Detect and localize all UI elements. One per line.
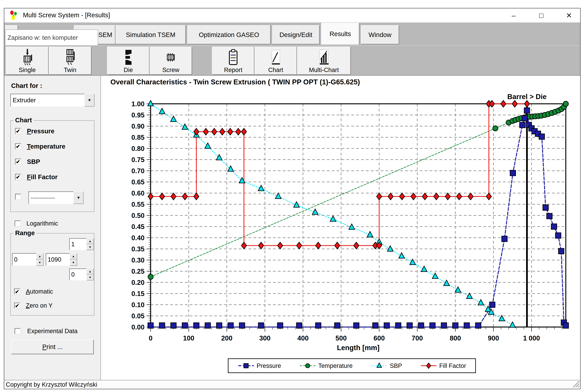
chart-for-label: Chart for : — [11, 82, 42, 90]
range-bottom-value[interactable]: 0 — [69, 268, 86, 280]
chart-title: Overall Characteristics - Twin Screw Ext… — [110, 78, 360, 86]
range-max-value[interactable]: 1090 — [46, 253, 70, 266]
svg-text:0: 0 — [149, 334, 152, 342]
tab-results[interactable]: Results — [321, 23, 359, 44]
range-max-up-icon[interactable]: ▲ — [70, 253, 77, 260]
extra-series-value: -------------- — [28, 192, 74, 204]
range-group-label: Range — [14, 229, 36, 237]
svg-text:0.80: 0.80 — [131, 145, 144, 152]
twin-button[interactable]: Twin — [49, 47, 92, 75]
range-bottom-up-icon[interactable]: ▲ — [86, 268, 94, 274]
svg-text:0.95: 0.95 — [131, 111, 144, 119]
die-button[interactable]: Die — [107, 47, 150, 75]
legend-label: Pressure — [256, 362, 281, 369]
svg-text:300: 300 — [259, 334, 270, 342]
temperature-label: Temperature — [27, 143, 65, 150]
resize-grip[interactable] — [572, 380, 580, 388]
range-top-up-icon[interactable]: ▲ — [86, 238, 94, 244]
range-top-value[interactable]: 1 — [69, 238, 86, 250]
fill-factor-label: Fill Factor — [27, 173, 58, 181]
single-screw-icon — [20, 48, 34, 68]
pressure-checkbox[interactable] — [15, 128, 21, 134]
range-top-spinner[interactable]: 1 ▲▼ — [69, 238, 94, 250]
range-bottom-down-icon[interactable]: ▼ — [86, 274, 94, 280]
svg-text:0.45: 0.45 — [131, 223, 144, 230]
report-button[interactable]: Report — [212, 47, 254, 75]
svg-text:1.00: 1.00 — [131, 100, 144, 108]
svg-text:0.40: 0.40 — [131, 234, 144, 242]
extra-series-dropdown-arrow-icon[interactable]: ▼ — [74, 192, 84, 204]
window-title: Multi Screw System - [Results] — [23, 12, 110, 19]
tab-simulation-tsem[interactable]: Simulation TSEM — [116, 25, 186, 44]
legend-item-sbp: SBP — [371, 362, 402, 370]
range-min-up-icon[interactable]: ▲ — [36, 253, 44, 260]
chart-for-dropdown[interactable]: Extruder ▼ — [10, 94, 94, 106]
svg-text:500: 500 — [336, 334, 347, 342]
app-window: Multi Screw System - [Results] – □ ✕ SEM… — [4, 8, 581, 389]
experimental-data-checkbox[interactable] — [15, 328, 20, 334]
chart-for-dropdown-arrow-icon[interactable]: ▼ — [84, 94, 94, 106]
range-max-spinner[interactable]: 1090 ▲▼ — [46, 253, 77, 266]
maximize-button[interactable]: □ — [535, 9, 548, 22]
screw-button[interactable]: Screw — [150, 47, 192, 75]
chart-for-value: Extruder — [10, 94, 84, 106]
svg-text:0.85: 0.85 — [131, 134, 144, 141]
chart-series-group: Chart Pressure Temperature SBP Fill Fact… — [10, 120, 94, 212]
multi-chart-button[interactable]: Multi-Chart — [297, 47, 351, 75]
extra-series-dropdown[interactable]: -------------- ▼ — [28, 192, 84, 204]
svg-text:0.90: 0.90 — [131, 122, 144, 130]
svg-text:1 000: 1 000 — [523, 334, 540, 342]
legend-item-temperature: Temperature — [299, 362, 353, 370]
sidebar: Chart for : Extruder ▼ Chart Pressure Te… — [4, 76, 101, 380]
tab-design-edit[interactable]: Design/Edit — [272, 25, 320, 44]
screw-icon — [164, 48, 178, 68]
chart-group-label: Chart — [14, 116, 34, 124]
die-icon — [122, 48, 135, 68]
chart-button[interactable]: Chart — [254, 47, 297, 75]
svg-text:0.00: 0.00 — [131, 323, 144, 331]
minimize-button[interactable]: – — [507, 9, 520, 22]
svg-text:0.20: 0.20 — [131, 279, 144, 286]
experimental-data-label: Experimental Data — [27, 328, 78, 334]
close-button[interactable]: ✕ — [562, 9, 576, 22]
svg-text:700: 700 — [412, 334, 423, 342]
svg-text:0.65: 0.65 — [131, 178, 144, 186]
legend-label: Fill Factor — [439, 362, 466, 369]
range-bottom-spinner[interactable]: 0 ▲▼ — [69, 268, 94, 280]
sbp-checkbox[interactable] — [15, 159, 21, 164]
svg-text:200: 200 — [221, 334, 232, 342]
automatic-checkbox[interactable] — [14, 289, 20, 294]
range-max-down-icon[interactable]: ▼ — [70, 260, 77, 266]
tab-window[interactable]: Window — [361, 25, 399, 44]
fill-factor-checkbox[interactable] — [15, 174, 21, 180]
app-icon[interactable] — [8, 10, 19, 22]
tab-optimization-gaseo[interactable]: Optimization GASEO — [187, 25, 271, 44]
zero-on-y-checkbox[interactable] — [14, 303, 20, 308]
range-group: Range 1 ▲▼ 0 ▲▼ 1090 ▲▼ 0 ▲▼ Au — [10, 233, 94, 316]
svg-text:0.60: 0.60 — [131, 190, 144, 197]
svg-text:0.55: 0.55 — [131, 200, 144, 208]
status-bar: Copyright by Krzysztof Wilczyński — [4, 380, 580, 389]
svg-text:400: 400 — [298, 334, 308, 342]
logarithmic-checkbox[interactable] — [15, 220, 20, 226]
print-button[interactable]: Print ... — [11, 340, 94, 354]
range-min-down-icon[interactable]: ▼ — [36, 260, 44, 266]
svg-text:0.10: 0.10 — [131, 301, 144, 308]
svg-text:600: 600 — [374, 334, 385, 342]
svg-text:0.70: 0.70 — [131, 167, 144, 174]
svg-text:0.75: 0.75 — [131, 156, 144, 164]
svg-text:0.05: 0.05 — [131, 312, 144, 320]
x-axis-title: Length [mm] — [337, 344, 380, 352]
svg-text:0.50: 0.50 — [131, 212, 144, 219]
legend-item-fill-factor: Fill Factor — [420, 362, 466, 370]
single-button[interactable]: Single — [6, 47, 49, 75]
svg-text:800: 800 — [450, 334, 461, 342]
temperature-checkbox[interactable] — [15, 144, 21, 149]
range-min-spinner[interactable]: 0 ▲▼ — [12, 253, 44, 266]
chart-legend: PressureTemperatureSBPFill Factor — [228, 358, 476, 373]
content-area: Chart for : Extruder ▼ Chart Pressure Te… — [4, 76, 580, 380]
range-top-down-icon[interactable]: ▼ — [86, 244, 94, 250]
sbp-label: SBP — [27, 158, 40, 166]
extra-series-checkbox[interactable] — [15, 194, 21, 200]
range-min-value[interactable]: 0 — [12, 253, 36, 266]
